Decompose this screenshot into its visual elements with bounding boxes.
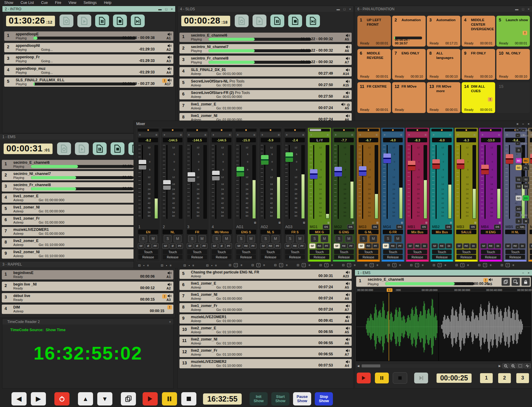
- expand-icon[interactable]: ⊞: [425, 221, 427, 224]
- menu-icon[interactable]: ≡: [498, 133, 500, 137]
- strip-footer-icons[interactable]: ⊟T≡: [387, 263, 401, 267]
- add-icon[interactable]: +: [506, 133, 508, 137]
- menu-icon[interactable]: ≡: [444, 263, 446, 267]
- menu-icon[interactable]: ≡: [449, 133, 451, 137]
- track-icon[interactable]: T: [279, 263, 283, 267]
- menu-icon[interactable]: ≡: [215, 264, 217, 267]
- mute-button[interactable]: M: [223, 235, 230, 242]
- os-button[interactable]: OS: [421, 225, 427, 229]
- strip-footer-icons[interactable]: ⊟▪≡: [161, 264, 172, 267]
- collapse-icon[interactable]: ⊟: [251, 263, 254, 267]
- collapse-icon[interactable]: ⊟: [387, 263, 390, 267]
- collapse-icon[interactable]: ⊟: [342, 263, 344, 267]
- wave-scrollbar[interactable]: ◀▶: [356, 363, 531, 368]
- assign-re-button[interactable]: RE: [463, 244, 469, 248]
- menu-item-fire[interactable]: Fire: [55, 1, 61, 5]
- strip-select-bar[interactable]: [456, 129, 477, 131]
- mute-button[interactable]: M: [394, 235, 401, 242]
- menu-item-cue[interactable]: Cue: [41, 1, 48, 5]
- cue-row[interactable]: 7live1_zomer_EAsleepGo: 01:00:00:00000:0…: [179, 102, 352, 111]
- wave-ruler[interactable]: 00:00:00:000:00000:00:20:00000:00:30:000…: [356, 288, 531, 292]
- assign-di-button[interactable]: DI: [446, 244, 452, 248]
- maximize-icon[interactable]: □: [165, 7, 167, 11]
- collapse-icon[interactable]: ⊟: [206, 264, 208, 267]
- cue-row[interactable]: 2appendloopNIPlayingGoing...-01:29:33A2: [4, 43, 173, 52]
- strip-footer-icons[interactable]: ⊟T≡: [365, 263, 378, 267]
- cue-row[interactable]: 7live1_zomer_NIAsleepGo: 01:00:00:00000:…: [179, 292, 352, 301]
- cue-row[interactable]: 3secintro_Fr_channel8Playing00:00:22 - 0…: [179, 56, 352, 65]
- scroll-thumb[interactable]: [362, 364, 380, 367]
- assign-pf-button[interactable]: PF: [397, 244, 403, 248]
- close-icon[interactable]: ×: [528, 122, 530, 126]
- release-button[interactable]: Release: [432, 255, 452, 259]
- play-button[interactable]: [143, 392, 158, 405]
- strip-footer-icons[interactable]: ⊟▪≡: [183, 264, 194, 267]
- dock-icon[interactable]: ▪: [189, 264, 190, 267]
- menu-icon[interactable]: ≡: [240, 263, 242, 267]
- menu-item-view[interactable]: View: [69, 1, 76, 5]
- fader-handle[interactable]: [506, 154, 513, 164]
- menu-icon[interactable]: ≡: [517, 122, 518, 126]
- strip-select-bar[interactable]: [407, 129, 428, 131]
- init-show-button[interactable]: InitShow: [250, 392, 268, 405]
- expand-icon[interactable]: ⊞: [327, 221, 330, 224]
- assign-pf-button[interactable]: PF: [372, 244, 379, 248]
- stop-cue-button[interactable]: [113, 15, 127, 27]
- assign-pf-button[interactable]: PF: [324, 244, 330, 248]
- assign-sf-button[interactable]: SF: [138, 244, 144, 248]
- menu-icon[interactable]: ≡: [376, 263, 378, 267]
- strip-footer-icons[interactable]: ⊟T≡: [433, 263, 446, 267]
- pin-icon[interactable]: [511, 278, 520, 286]
- fader-handle[interactable]: [310, 169, 318, 179]
- pause-show-button[interactable]: PauseShow: [293, 392, 311, 405]
- pause-cue-button[interactable]: [270, 15, 284, 27]
- track-icon[interactable]: T: [506, 263, 510, 267]
- cue-row[interactable]: 6SecretLiveOfStars-FR (2) Pro ToolsAslee…: [179, 90, 352, 99]
- strip-footer-icons[interactable]: ⊟T≡: [229, 263, 242, 267]
- add-icon[interactable]: +: [408, 133, 410, 137]
- strip-select-bar[interactable]: [211, 129, 232, 131]
- pan-cue-2[interactable]: 2Automation00:00:24 - 00:16:57: [392, 16, 426, 47]
- track-icon[interactable]: T: [370, 263, 374, 267]
- track-icon[interactable]: T: [302, 263, 306, 267]
- assign-sf-button[interactable]: SF: [260, 244, 266, 248]
- add-icon[interactable]: +: [286, 133, 288, 137]
- assign-re-button[interactable]: RE: [268, 244, 274, 248]
- close-icon[interactable]: ×: [171, 7, 173, 11]
- pan-cue-6[interactable]: 6MIDDLE REVERSEReady00:00:01: [357, 49, 391, 80]
- assign-re-button[interactable]: RE: [243, 244, 249, 248]
- strip-footer-icons[interactable]: ⊟▪≡: [138, 264, 149, 267]
- collapse-icon[interactable]: ⊟: [138, 264, 140, 267]
- release-button[interactable]: Release: [456, 255, 476, 259]
- sidebar-m-button[interactable]: M: [523, 218, 529, 224]
- assign-sf-button[interactable]: SF: [358, 244, 364, 248]
- cue-row[interactable]: 8live1_zomer_FrAsleepGo: 01:00:00:00000:…: [179, 303, 352, 312]
- menu-icon[interactable]: ≡: [425, 133, 427, 137]
- menu-icon[interactable]: ≡: [512, 263, 514, 267]
- dock-icon[interactable]: ▪: [143, 264, 144, 267]
- close-icon[interactable]: ×: [169, 320, 171, 324]
- collapse-icon[interactable]: ⊟: [501, 263, 503, 267]
- assign-re-button[interactable]: RE: [366, 244, 372, 248]
- release-button[interactable]: Release: [383, 255, 403, 259]
- play-button[interactable]: [357, 373, 371, 383]
- mute-button[interactable]: M: [198, 235, 206, 242]
- fader-handle[interactable]: [212, 171, 220, 180]
- toggle-icon[interactable]: +: [516, 128, 519, 132]
- expand-icon[interactable]: ⊞: [450, 221, 452, 224]
- collapse-icon[interactable]: ⊟: [433, 263, 435, 267]
- dock-icon[interactable]: ▬: [158, 7, 162, 11]
- assign-sf-button[interactable]: SF: [285, 244, 291, 248]
- collapse-icon[interactable]: ⊟: [274, 263, 276, 267]
- fader-handle[interactable]: [237, 167, 244, 176]
- os-button[interactable]: OS: [470, 225, 476, 229]
- menu-icon[interactable]: ≡: [351, 133, 353, 137]
- pan-cue-7[interactable]: 7ENG ONLYReady00:00:10: [392, 49, 426, 80]
- maximize-icon[interactable]: □: [522, 7, 524, 11]
- os-button[interactable]: OS: [347, 225, 354, 229]
- strip-select-bar[interactable]: [382, 129, 403, 131]
- pan-cue-8[interactable]: 8ALL languagesReady00:00:10: [427, 49, 460, 80]
- solo-button[interactable]: S: [140, 235, 147, 242]
- play-cue-button[interactable]: [77, 15, 91, 27]
- cue-row[interactable]: 4SLS_FINAL2_DX_01AsleepGo: 00:01:00:0000…: [179, 67, 352, 76]
